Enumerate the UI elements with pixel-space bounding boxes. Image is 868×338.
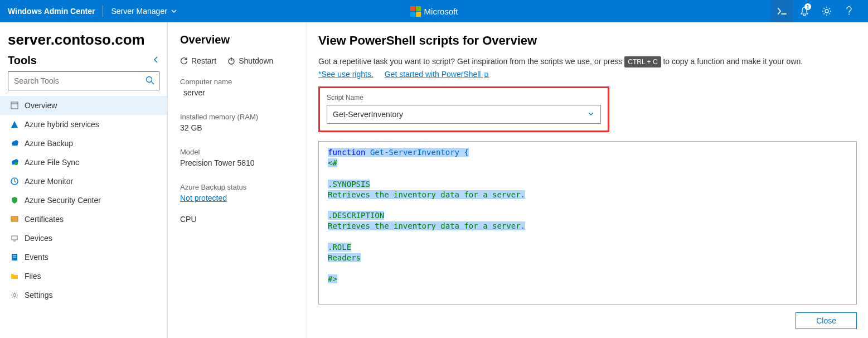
kbd-shortcut: CTRL + C — [624, 56, 661, 67]
svg-point-1 — [147, 76, 152, 82]
external-link-icon: ⧉ — [484, 71, 489, 79]
gear-icon — [822, 6, 832, 16]
restart-button[interactable]: Restart — [180, 56, 216, 65]
brand: Microsoft — [410, 6, 458, 17]
restart-icon — [180, 57, 188, 65]
overview-icon — [10, 102, 19, 109]
script-name-dropdown[interactable]: Get-ServerInventory — [327, 105, 601, 124]
monitor-icon — [10, 177, 19, 185]
svg-point-4 — [14, 162, 18, 165]
context-label: Server Manager — [111, 7, 167, 16]
shutdown-button[interactable]: Shutdown — [227, 56, 273, 65]
certificate-icon — [10, 215, 19, 223]
sidebar-item-label: Azure Security Center — [25, 196, 101, 205]
search-input[interactable] — [8, 76, 159, 85]
memory-value: 32 GB — [180, 123, 298, 132]
script-name-label: Script Name — [327, 94, 601, 102]
help-icon — [845, 6, 853, 16]
sidebar-item-azure-hybrid[interactable]: Azure hybrid services — [0, 115, 167, 134]
sidebar-item-settings[interactable]: Settings — [0, 286, 167, 305]
filesync-icon — [10, 159, 19, 166]
sidebar-item-label: Certificates — [25, 215, 64, 224]
notification-badge: 1 — [804, 3, 811, 10]
script-code-viewer[interactable]: function Get-ServerInventory { <# .SYNOP… — [318, 141, 857, 305]
collapse-tools-button[interactable] — [153, 56, 159, 66]
chevron-down-icon — [587, 110, 595, 119]
search-wrap — [0, 71, 167, 96]
svg-rect-2 — [11, 102, 18, 109]
app-title[interactable]: Windows Admin Center — [8, 7, 95, 16]
overview-column: Overview Restart Shutdown Computer name … — [167, 22, 307, 338]
sidebar-item-events[interactable]: Events — [0, 248, 167, 267]
azure-icon — [10, 120, 19, 128]
devices-icon — [10, 234, 19, 242]
console-button[interactable] — [771, 0, 793, 22]
panel-links: *See use rights. Get started with PowerS… — [318, 70, 857, 79]
sidebar-item-label: Events — [25, 253, 49, 262]
ps-link-label: Get started with PowerShell — [385, 70, 481, 79]
help-button[interactable] — [838, 0, 860, 22]
gear-icon — [10, 291, 19, 299]
backup-icon — [10, 140, 19, 147]
settings-button[interactable] — [816, 0, 838, 22]
sidebar-item-azure-file-sync[interactable]: Azure File Sync — [0, 153, 167, 172]
overview-title: Overview — [180, 33, 298, 46]
search-box[interactable] — [8, 71, 159, 90]
search-icon — [146, 76, 154, 86]
overview-actions: Restart Shutdown — [180, 56, 298, 65]
sidebar-item-label: Azure Backup — [25, 139, 73, 148]
microsoft-logo-icon — [410, 6, 421, 17]
context-dropdown[interactable]: Server Manager — [111, 7, 177, 16]
cpu-label: CPU — [180, 215, 298, 224]
events-icon — [10, 253, 19, 261]
notifications-button[interactable]: 1 — [793, 0, 816, 22]
sidebar-item-label: Files — [25, 272, 41, 281]
sidebar-item-azure-backup[interactable]: Azure Backup — [0, 134, 167, 153]
computer-name-label: Computer name — [180, 78, 298, 86]
restart-label: Restart — [191, 56, 216, 65]
model-value: Precision Tower 5810 — [180, 158, 298, 167]
panel-title: View PowerShell scripts for Overview — [318, 33, 857, 48]
server-name: server.contoso.com — [0, 22, 167, 54]
shutdown-label: Shutdown — [239, 56, 273, 65]
panel-description: Got a repetitive task you want to script… — [318, 56, 857, 67]
powershell-panel: View PowerShell scripts for Overview Got… — [307, 22, 868, 338]
sidebar-item-label: Overview — [25, 101, 57, 110]
sidebar-item-certificates[interactable]: Certificates — [0, 210, 167, 229]
memory-block: Installed memory (RAM) 32 GB — [180, 113, 298, 132]
console-icon — [777, 7, 787, 15]
left-column: server.contoso.com Tools Overview Azure — [0, 22, 167, 338]
svg-rect-7 — [12, 236, 17, 240]
close-button[interactable]: Close — [796, 312, 857, 329]
brand-label: Microsoft — [424, 7, 458, 16]
sidebar-item-label: Settings — [25, 291, 53, 300]
computer-name-block: Computer name server — [180, 78, 298, 97]
body: server.contoso.com Tools Overview Azure — [0, 22, 868, 338]
sidebar-item-azure-security[interactable]: Azure Security Center — [0, 191, 167, 210]
shield-icon — [10, 196, 19, 204]
sidebar-item-label: Devices — [25, 234, 52, 243]
panel-footer: Close — [318, 312, 857, 329]
svg-point-0 — [825, 9, 828, 13]
svg-point-12 — [13, 294, 16, 297]
header-right: 1 — [771, 0, 860, 22]
top-header: Windows Admin Center Server Manager Micr… — [0, 0, 868, 22]
chevron-down-icon — [171, 8, 177, 15]
script-name-selected: Get-ServerInventory — [333, 110, 403, 119]
header-left: Windows Admin Center Server Manager — [8, 6, 177, 17]
sidebar-item-azure-monitor[interactable]: Azure Monitor — [0, 172, 167, 191]
folder-icon — [10, 273, 19, 279]
backup-label: Azure Backup status — [180, 183, 298, 191]
backup-status-link[interactable]: Not protected — [180, 194, 298, 202]
tool-list[interactable]: Overview Azure hybrid services Azure Bac… — [0, 96, 167, 338]
desc-text-2: to copy a function and make it your own. — [661, 57, 803, 66]
chevron-left-icon — [153, 56, 159, 64]
see-use-rights-link[interactable]: *See use rights. — [318, 70, 374, 79]
model-label: Model — [180, 148, 298, 156]
svg-rect-6 — [11, 216, 18, 221]
get-started-powershell-link[interactable]: Get started with PowerShell ⧉ — [385, 70, 489, 79]
sidebar-item-devices[interactable]: Devices — [0, 229, 167, 248]
sidebar-item-files[interactable]: Files — [0, 267, 167, 286]
sidebar-item-overview[interactable]: Overview — [0, 96, 167, 115]
power-icon — [227, 57, 235, 65]
